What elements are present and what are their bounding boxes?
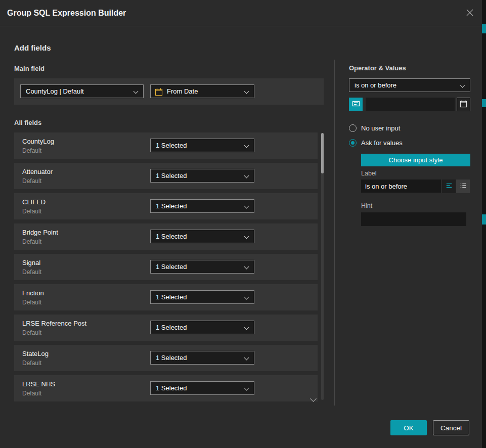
operator-values-heading: Operator & Values xyxy=(349,64,406,72)
hint-caption: Hint xyxy=(361,202,372,209)
field-values-dropdown[interactable]: 1 Selected xyxy=(150,351,254,365)
field-values-dropdown[interactable]: 1 Selected xyxy=(150,230,254,243)
label-caption: Label xyxy=(361,170,377,177)
field-values-dropdown[interactable]: 1 Selected xyxy=(150,381,254,395)
field-values-dropdown-value: 1 Selected xyxy=(156,384,187,392)
field-row: CLIFED Default 1 Selected xyxy=(14,193,318,219)
field-name: Friction xyxy=(22,289,44,297)
radio-unselected-icon xyxy=(349,124,357,132)
field-row: CountyLog Default 1 Selected xyxy=(14,132,318,159)
field-values-dropdown[interactable]: 1 Selected xyxy=(150,169,254,183)
field-row: Attenuator Default 1 Selected xyxy=(14,163,318,189)
all-fields-list: CountyLog Default 1 Selected Attenuator … xyxy=(14,131,324,402)
field-row: LRSE Reference Post Default 1 Selected xyxy=(14,315,318,341)
field-values-dropdown-value: 1 Selected xyxy=(156,172,187,180)
hint-input[interactable] xyxy=(361,212,466,226)
page-edge-accent-mark xyxy=(482,214,486,225)
field-row: StateLog Default 1 Selected xyxy=(14,345,318,371)
no-user-input-label: No user input xyxy=(361,124,400,132)
list-scrollbar[interactable] xyxy=(321,133,324,400)
single-line-style-button[interactable] xyxy=(442,180,456,193)
single-line-style-icon xyxy=(446,182,453,191)
field-name: Bridge Point xyxy=(22,229,58,236)
dialog-title: Group SQL Expression Builder xyxy=(7,0,126,26)
field-values-dropdown[interactable]: 1 Selected xyxy=(150,321,254,334)
field-row: Friction Default 1 Selected xyxy=(14,284,318,310)
field-name: LRSE Reference Post xyxy=(22,320,86,327)
field-values-dropdown-value: 1 Selected xyxy=(156,142,187,149)
input-field-icon xyxy=(352,100,360,109)
field-values-dropdown[interactable]: 1 Selected xyxy=(150,199,254,213)
field-sublabel: Default xyxy=(22,329,41,336)
chevron-down-icon xyxy=(244,204,249,209)
chevron-down-icon xyxy=(244,355,249,361)
ask-for-values-label: Ask for values xyxy=(361,139,403,147)
operator-dropdown-value: is on or before xyxy=(355,81,396,89)
all-fields-heading: All fields xyxy=(14,119,41,126)
chevron-down-icon xyxy=(244,234,249,239)
ask-for-values-radio[interactable]: Ask for values xyxy=(349,139,450,147)
chevron-down-icon xyxy=(244,264,249,270)
add-fields-heading: Add fields xyxy=(14,43,51,52)
field-values-dropdown-value: 1 Selected xyxy=(156,354,187,362)
input-type-toggle-button[interactable] xyxy=(349,98,363,111)
close-icon xyxy=(465,11,474,19)
list-style-icon xyxy=(460,182,467,191)
field-values-dropdown-value: 1 Selected xyxy=(156,324,187,331)
field-name: Attenuator xyxy=(22,168,53,175)
column-divider xyxy=(334,60,335,406)
cancel-button[interactable]: Cancel xyxy=(433,420,469,435)
field-values-dropdown-value: 1 Selected xyxy=(156,233,187,240)
no-user-input-radio[interactable]: No user input xyxy=(349,124,450,132)
field-sublabel: Default xyxy=(22,299,41,306)
list-style-button[interactable] xyxy=(456,180,470,193)
chevron-down-icon xyxy=(244,295,249,300)
chevron-down-icon xyxy=(244,173,249,178)
main-field-dropdown-value: From Date xyxy=(167,87,198,95)
field-row: Signal Default 1 Selected xyxy=(14,254,318,280)
calendar-icon xyxy=(460,100,467,109)
page-edge-accent-mark xyxy=(482,24,486,33)
main-field-heading: Main field xyxy=(14,65,45,72)
dialog-header: Group SQL Expression Builder xyxy=(0,0,482,26)
label-input[interactable] xyxy=(361,180,441,193)
chevron-down-icon xyxy=(244,143,249,148)
field-sublabel: Default xyxy=(22,390,41,397)
field-sublabel: Default xyxy=(22,360,41,367)
page-edge-accent-mark xyxy=(482,99,486,107)
main-layer-dropdown[interactable]: CountyLog | Default xyxy=(20,84,144,98)
operator-dropdown[interactable]: is on or before xyxy=(349,78,470,92)
field-sublabel: Default xyxy=(22,238,41,245)
ok-button[interactable]: OK xyxy=(390,420,427,435)
field-name: LRSE NHS xyxy=(22,380,55,388)
screen: Group SQL Expression Builder Add fields … xyxy=(0,0,486,448)
field-name: CountyLog xyxy=(22,138,54,145)
main-field-row: CountyLog | Default From Date xyxy=(14,78,324,105)
scrollbar-thumb[interactable] xyxy=(321,133,324,173)
field-values-dropdown-value: 1 Selected xyxy=(156,202,187,210)
field-values-dropdown[interactable]: 1 Selected xyxy=(150,139,254,152)
field-values-dropdown[interactable]: 1 Selected xyxy=(150,260,254,274)
date-picker-button[interactable] xyxy=(457,98,470,111)
chevron-down-icon xyxy=(244,325,249,330)
page-edge-strip xyxy=(482,0,486,448)
close-button[interactable] xyxy=(464,7,476,19)
chevron-down-icon xyxy=(244,386,249,391)
field-values-dropdown[interactable]: 1 Selected xyxy=(150,290,254,304)
chevron-down-icon xyxy=(460,83,465,88)
main-layer-dropdown-value: CountyLog | Default xyxy=(26,87,84,95)
field-values-dropdown-value: 1 Selected xyxy=(156,263,187,271)
main-field-dropdown[interactable]: From Date xyxy=(150,84,254,98)
field-name: Signal xyxy=(22,259,40,266)
field-sublabel: Default xyxy=(22,147,41,154)
chevron-down-icon xyxy=(134,89,139,94)
choose-input-style-button[interactable]: Choose input style xyxy=(361,154,470,166)
field-sublabel: Default xyxy=(22,208,41,215)
field-values-dropdown-value: 1 Selected xyxy=(156,293,187,301)
field-name: StateLog xyxy=(22,350,49,357)
calendar-icon xyxy=(155,87,163,98)
date-value-input[interactable] xyxy=(366,98,455,111)
field-row: LRSE NHS Default 1 Selected xyxy=(14,375,318,401)
field-name: CLIFED xyxy=(22,198,46,206)
field-row: Bridge Point Default 1 Selected xyxy=(14,223,318,250)
